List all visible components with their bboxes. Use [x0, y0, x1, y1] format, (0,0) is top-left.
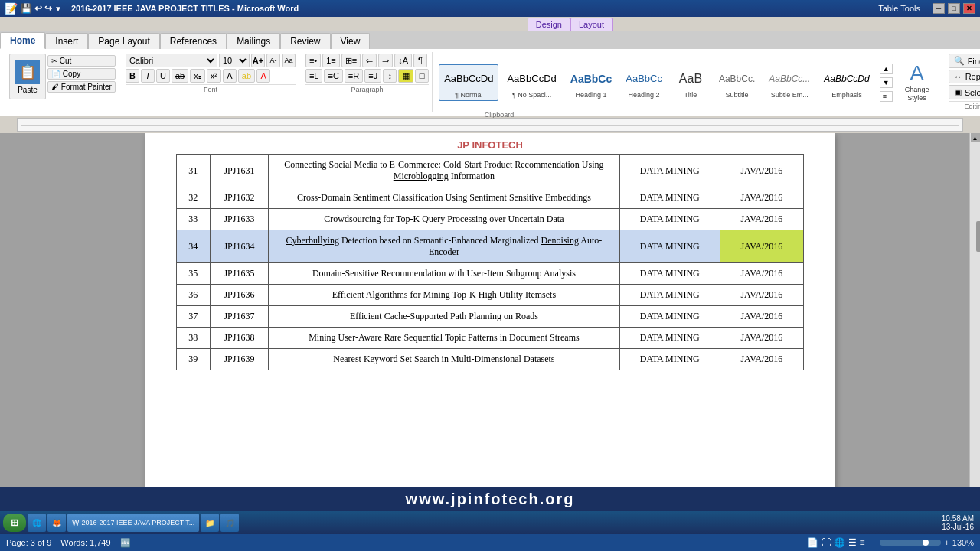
web-view-button[interactable]: 🌐 — [834, 537, 845, 548]
tab-layout[interactable]: Layout — [570, 18, 612, 31]
line-spacing-button[interactable]: ↕ — [383, 69, 397, 83]
change-styles-button[interactable]: A Change Styles — [896, 60, 939, 105]
increase-indent-button[interactable]: ⇒ — [378, 54, 393, 67]
sort-button[interactable]: ↕A — [394, 54, 412, 67]
style-title-label: Title — [684, 91, 697, 99]
watermark-url: www.jpinfotech.org — [406, 491, 575, 507]
font-size-select[interactable]: 10 — [219, 54, 250, 67]
vertical-scrollbar[interactable]: ▲ ▼ — [969, 133, 980, 545]
decrease-indent-button[interactable]: ⇐ — [362, 54, 377, 67]
borders-button[interactable]: □ — [415, 69, 429, 83]
bullets-button[interactable]: ≡• — [305, 54, 321, 67]
zoom-slider[interactable] — [880, 540, 941, 546]
close-button[interactable]: ✕ — [963, 3, 975, 14]
align-center-button[interactable]: ≡C — [324, 69, 342, 83]
find-button[interactable]: 🔍 Find — [949, 54, 980, 68]
styles-scroll-up[interactable]: ▲ — [880, 64, 893, 74]
horizontal-ruler — [17, 118, 963, 132]
underline-button[interactable]: U — [156, 69, 170, 83]
multilevel-button[interactable]: ⊞≡ — [341, 54, 361, 67]
style-no-spacing[interactable]: AaBbCcDd ¶ No Spaci... — [501, 64, 561, 101]
grow-font-button[interactable]: A+ — [251, 54, 265, 67]
row-year: JAVA/2016 — [720, 155, 803, 187]
shrink-font-button[interactable]: A- — [266, 54, 280, 67]
start-button[interactable]: ⊞ — [3, 514, 26, 532]
justify-button[interactable]: ≡J — [364, 69, 381, 83]
style-heading2-preview: AaBbCc — [626, 67, 662, 91]
print-view-button[interactable]: 📄 — [807, 537, 818, 548]
minimize-button[interactable]: ─ — [933, 3, 945, 14]
subscript-button[interactable]: x₂ — [190, 69, 205, 83]
superscript-button[interactable]: x² — [207, 69, 221, 83]
tab-insert[interactable]: Insert — [45, 33, 88, 49]
select-button[interactable]: ▣ Select — [949, 85, 980, 99]
style-title-preview: AaB — [679, 67, 702, 91]
table-tools-label: Table Tools — [878, 4, 920, 13]
tab-design[interactable]: Design — [528, 18, 570, 31]
cut-button[interactable]: ✂ Cut — [47, 55, 116, 67]
bold-button[interactable]: B — [126, 69, 139, 83]
row-title: Nearest Keyword Set Search in Multi-Dime… — [269, 349, 620, 370]
zoom-level[interactable]: 130% — [952, 538, 974, 547]
align-right-button[interactable]: ≡R — [345, 69, 363, 83]
styles-more[interactable]: ≡ — [880, 91, 893, 102]
explorer-icon: 📁 — [205, 519, 214, 527]
tab-review[interactable]: Review — [280, 33, 330, 49]
style-subtle-emphasis[interactable]: AaBbCc... Subtle Em... — [763, 64, 815, 101]
redo-icon[interactable]: ↪ — [44, 3, 52, 14]
style-title[interactable]: AaB Title — [671, 64, 710, 101]
scroll-thumb[interactable] — [976, 221, 981, 252]
word-taskbar-icon: W — [72, 519, 79, 527]
undo-icon[interactable]: ↩ — [34, 3, 42, 14]
italic-button[interactable]: I — [141, 69, 155, 83]
replace-button[interactable]: ↔ Replace — [949, 70, 980, 83]
row-code: JPJ1635 — [210, 263, 268, 285]
align-left-button[interactable]: ≡L — [305, 69, 323, 83]
dropdown-icon[interactable]: ▼ — [54, 5, 62, 13]
tab-page-layout[interactable]: Page Layout — [88, 33, 159, 49]
language-indicator: 🔤 — [120, 538, 131, 548]
row-category: DATA MINING — [619, 209, 720, 230]
style-emphasis[interactable]: AaBbCcDd Emphasis — [818, 64, 874, 101]
row-code: JPJ1631 — [210, 155, 268, 187]
numbering-button[interactable]: 1≡ — [322, 54, 340, 67]
row-title: Connecting Social Media to E-Commerce: C… — [269, 155, 620, 187]
maximize-button[interactable]: □ — [948, 3, 960, 14]
full-screen-button[interactable]: ⛶ — [822, 537, 831, 548]
outline-view-button[interactable]: ☰ — [848, 537, 857, 548]
tab-mailings[interactable]: Mailings — [227, 33, 280, 49]
save-icon[interactable]: 💾 — [21, 3, 32, 14]
font-name-select[interactable]: Calibri — [126, 54, 217, 67]
draft-view-button[interactable]: ≡ — [860, 537, 865, 548]
taskbar-firefox[interactable]: 🦊 — [47, 514, 66, 532]
strikethrough-button[interactable]: ab — [172, 69, 188, 83]
zoom-in-button[interactable]: + — [944, 538, 949, 547]
paste-button[interactable]: 📋 Paste — [9, 54, 46, 99]
style-heading2[interactable]: AaBbCc Heading 2 — [620, 64, 668, 101]
highlight-button[interactable]: ab — [238, 69, 255, 83]
tab-home[interactable]: Home — [0, 32, 45, 49]
row-year: JAVA/2016 — [720, 349, 803, 370]
copy-button[interactable]: 📄 Copy — [47, 68, 116, 80]
shading-button[interactable]: ▦ — [398, 69, 413, 83]
clear-format-button[interactable]: Aa — [282, 54, 296, 67]
font-color-button[interactable]: A — [256, 69, 270, 83]
taskbar-ie[interactable]: 🌐 — [28, 514, 46, 532]
show-hide-button[interactable]: ¶ — [413, 54, 427, 67]
view-buttons: 📄 ⛶ 🌐 ☰ ≡ — [807, 537, 865, 548]
format-painter-button[interactable]: 🖌 Format Painter — [47, 81, 116, 93]
styles-scroll-down[interactable]: ▼ — [880, 77, 893, 88]
style-normal[interactable]: AaBbCcDd ¶ Normal — [439, 64, 498, 101]
tab-view[interactable]: View — [331, 33, 371, 49]
taskbar-word[interactable]: W 2016-2017 IEEE JAVA PROJECT T... — [67, 514, 199, 532]
replace-label: Replace — [965, 72, 980, 81]
style-heading1[interactable]: AaBbCc Heading 1 — [565, 64, 617, 101]
project-table: 31JPJ1631Connecting Social Media to E-Co… — [176, 154, 804, 370]
taskbar-media[interactable]: 🎵 — [220, 514, 239, 532]
taskbar-explorer[interactable]: 📁 — [201, 514, 219, 532]
style-subtitle[interactable]: AaBbCc. Subtitle — [714, 64, 760, 101]
zoom-out-button[interactable]: ─ — [871, 538, 877, 547]
tab-references[interactable]: References — [160, 33, 227, 49]
text-effects-button[interactable]: A — [223, 69, 237, 83]
scroll-up-button[interactable]: ▲ — [971, 133, 980, 142]
